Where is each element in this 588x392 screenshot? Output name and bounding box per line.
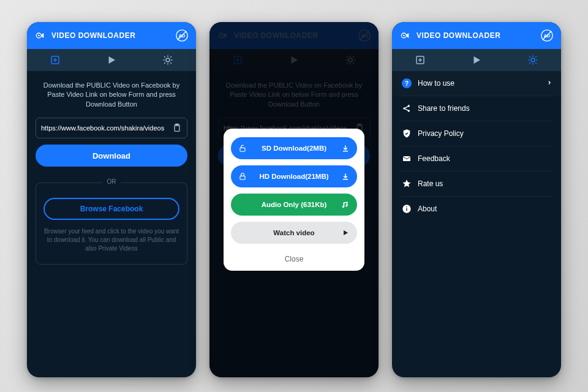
svg-rect-25 [403,156,410,161]
screen-download-options: VIDEO DOWNLOADER AD Download the PUBLIC … [209,22,379,377]
browse-facebook-label: Browse Facebook [80,205,143,213]
instruction-text: Download the PUBLIC Video on Facebook by… [36,81,187,109]
menu-label: Share to friends [418,104,470,113]
hd-download-label: HD Download(21MB) [259,173,328,180]
browse-facebook-button[interactable]: Browse Facebook [43,198,179,220]
download-icon [341,144,350,153]
menu-share[interactable]: Share to friends [392,96,561,121]
menu-how-to-use[interactable]: ? How to use [392,71,561,96]
svg-rect-28 [406,206,407,207]
play-icon [341,228,350,237]
sd-download-label: SD Download(2MB) [262,145,326,152]
menu-about[interactable]: About [392,197,561,221]
chevron-right-icon [546,79,552,88]
app-title: VIDEO DOWNLOADER [417,31,540,40]
tab-new-download[interactable] [392,49,448,71]
svg-rect-27 [406,208,407,211]
menu-label: About [418,205,437,213]
no-ads-icon[interactable]: AD [540,29,554,42]
app-logo-icon [34,31,47,40]
download-icon [341,172,350,181]
tab-settings[interactable] [140,49,196,71]
download-body: Download the PUBLIC Video on Facebook by… [27,71,196,377]
music-icon [341,200,350,209]
paste-icon[interactable] [172,123,182,133]
hd-download-button[interactable]: HD Download(21MB) [231,165,357,187]
tab-videos[interactable] [448,49,505,71]
audio-only-button[interactable]: Audio Only (631Kb) [231,194,357,216]
svg-point-1 [38,35,40,37]
menu-label: Privacy Policy [418,129,464,138]
watch-video-button[interactable]: Watch video [231,222,357,244]
url-input-row [36,118,187,138]
close-button[interactable]: Close [231,250,357,266]
watch-video-label: Watch video [273,229,314,236]
unlock-icon [238,144,247,153]
or-divider-label: OR [102,178,121,185]
no-ads-icon[interactable]: AD [175,29,189,42]
or-section: OR Browse Facebook Browser your feed and… [36,183,187,265]
svg-rect-15 [240,176,245,179]
tab-videos[interactable] [83,49,140,71]
menu-label: How to use [418,79,454,88]
url-input[interactable] [41,124,172,132]
mail-icon [402,154,418,164]
tab-new-download[interactable] [27,49,83,71]
lock-icon [238,172,247,181]
share-icon [402,104,418,113]
download-button[interactable]: Download [36,145,187,167]
screen-settings: VIDEO DOWNLOADER AD ? How to use Share t… [392,22,561,377]
audio-only-label: Audio Only (631Kb) [262,201,327,208]
app-title: VIDEO DOWNLOADER [51,31,175,40]
menu-feedback[interactable]: Feedback [392,146,561,171]
app-header: VIDEO DOWNLOADER AD [27,22,196,49]
info-icon [402,204,418,214]
tab-bar [27,49,196,71]
shield-icon [402,129,418,138]
tab-bar [392,49,561,71]
screen-download: VIDEO DOWNLOADER AD Download the PUBLIC … [27,22,196,377]
settings-menu: ? How to use Share to friends Privacy Po… [392,71,561,377]
svg-point-17 [403,35,405,37]
help-icon: ? [402,78,418,88]
download-button-label: Download [92,151,130,160]
tab-settings[interactable] [505,49,561,71]
app-header: VIDEO DOWNLOADER AD [392,22,561,49]
menu-privacy[interactable]: Privacy Policy [392,121,561,146]
menu-label: Feedback [418,154,450,163]
download-options-sheet: SD Download(2MB) HD Download(21MB) Audio… [224,129,364,271]
browse-hint-text: Browser your feed and click to the video… [43,227,179,253]
close-label: Close [285,255,304,263]
svg-rect-14 [240,148,245,151]
star-icon [402,179,418,189]
app-logo-icon [399,31,412,40]
menu-rate[interactable]: Rate us [392,172,561,196]
sd-download-button[interactable]: SD Download(2MB) [231,137,357,159]
menu-label: Rate us [418,179,443,188]
modal-overlay: SD Download(2MB) HD Download(21MB) Audio… [209,22,379,377]
